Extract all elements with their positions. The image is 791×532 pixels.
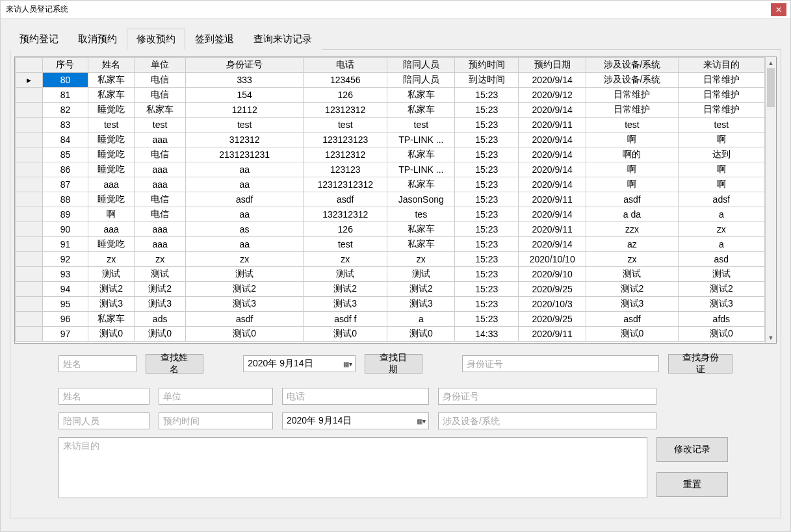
- cell[interactable]: 私家车: [387, 237, 455, 252]
- cell[interactable]: 私家车: [387, 147, 455, 162]
- cell[interactable]: 87: [42, 177, 88, 192]
- cell[interactable]: 2020/9/25: [519, 312, 586, 327]
- row-header[interactable]: [16, 327, 43, 342]
- cell[interactable]: 15:23: [455, 162, 519, 177]
- cell[interactable]: 电信: [135, 207, 186, 222]
- cell[interactable]: 测试0: [186, 327, 304, 342]
- cell[interactable]: 测试0: [304, 327, 387, 342]
- phone-input[interactable]: [282, 388, 429, 405]
- cell[interactable]: zx: [586, 252, 679, 267]
- row-header[interactable]: ▸: [16, 73, 43, 88]
- search-date-button[interactable]: 查找日期: [365, 354, 422, 374]
- cell[interactable]: 2020/9/14: [519, 147, 586, 162]
- cell[interactable]: a: [678, 237, 764, 252]
- cell[interactable]: 测试3: [387, 297, 455, 312]
- cell[interactable]: 啊: [586, 133, 679, 147]
- cell[interactable]: 2020/9/11: [519, 222, 586, 237]
- cell[interactable]: 14:33: [455, 327, 519, 342]
- scroll-up-button[interactable]: ▲: [766, 57, 776, 68]
- cell[interactable]: 测试3: [186, 297, 304, 312]
- cell[interactable]: 2020/9/14: [519, 73, 586, 88]
- column-header[interactable]: 序号: [42, 58, 88, 73]
- cell[interactable]: aaa: [135, 162, 186, 177]
- cell[interactable]: 15:23: [455, 312, 519, 327]
- table-row[interactable]: 92zxzxzxzxzx15:232020/10/10zxasd: [16, 252, 765, 267]
- cell[interactable]: ads: [135, 312, 186, 327]
- cell[interactable]: 15:23: [455, 237, 519, 252]
- cell[interactable]: zx: [304, 252, 387, 267]
- cell[interactable]: zx: [387, 252, 455, 267]
- cell[interactable]: 15:23: [455, 267, 519, 282]
- cell[interactable]: aaa: [135, 222, 186, 237]
- cell[interactable]: 测试0: [586, 327, 679, 342]
- cell[interactable]: 96: [42, 312, 88, 327]
- cell[interactable]: asdf: [186, 312, 304, 327]
- table-row[interactable]: 87aaaaaaaa12312312312私家车15:232020/9/14啊啊: [16, 177, 765, 192]
- cell[interactable]: 15:23: [455, 207, 519, 222]
- row-header[interactable]: [16, 118, 43, 133]
- cell[interactable]: adsf: [678, 192, 764, 207]
- row-header[interactable]: [16, 282, 43, 297]
- name-input[interactable]: [58, 388, 149, 405]
- cell[interactable]: 测试3: [135, 297, 186, 312]
- cell[interactable]: 陪同人员: [387, 73, 455, 88]
- cell[interactable]: 83: [42, 118, 88, 133]
- cell[interactable]: 测试2: [88, 282, 135, 297]
- cell[interactable]: 2020/9/25: [519, 282, 586, 297]
- cell[interactable]: 15:23: [455, 88, 519, 103]
- table-row[interactable]: 97测试0测试0测试0测试0测试014:332020/9/11测试0测试0: [16, 327, 765, 342]
- cell[interactable]: test: [586, 118, 679, 133]
- cell[interactable]: a: [387, 312, 455, 327]
- cell[interactable]: 2020/9/11: [519, 192, 586, 207]
- cell[interactable]: 啊: [586, 162, 679, 177]
- cell[interactable]: 2020/9/14: [519, 133, 586, 147]
- cell[interactable]: 到达时间: [455, 73, 519, 88]
- cell[interactable]: 电信: [135, 88, 186, 103]
- cell[interactable]: 测试2: [186, 282, 304, 297]
- cell[interactable]: aa: [186, 237, 304, 252]
- cell[interactable]: 测试2: [678, 282, 764, 297]
- cell[interactable]: afds: [678, 312, 764, 327]
- column-header[interactable]: 姓名: [88, 58, 135, 73]
- cell[interactable]: 15:23: [455, 252, 519, 267]
- cell[interactable]: 15:23: [455, 177, 519, 192]
- table-row[interactable]: 86睡觉吃aaaaa123123TP-LINK ...15:232020/9/1…: [16, 162, 765, 177]
- cell[interactable]: 私家车: [88, 312, 135, 327]
- cell[interactable]: 啊: [678, 177, 764, 192]
- cell[interactable]: aaa: [135, 237, 186, 252]
- cell[interactable]: 15:23: [455, 192, 519, 207]
- cell[interactable]: 测试0: [387, 327, 455, 342]
- cell[interactable]: asdf: [586, 312, 679, 327]
- cell[interactable]: test: [678, 118, 764, 133]
- cell[interactable]: 126: [304, 88, 387, 103]
- row-header[interactable]: [16, 177, 43, 192]
- cell[interactable]: 2020/9/12: [519, 88, 586, 103]
- row-header[interactable]: [16, 133, 43, 147]
- cell[interactable]: 测试: [678, 267, 764, 282]
- cell[interactable]: 333: [186, 73, 304, 88]
- column-header[interactable]: 身份证号: [186, 58, 304, 73]
- cell[interactable]: 测试: [304, 267, 387, 282]
- cell[interactable]: 私家车: [387, 88, 455, 103]
- scroll-down-button[interactable]: ▼: [766, 332, 776, 343]
- cell[interactable]: 啊: [678, 133, 764, 147]
- column-header[interactable]: 预约时间: [455, 58, 519, 73]
- cell[interactable]: 测试0: [88, 327, 135, 342]
- cell[interactable]: 私家车: [135, 103, 186, 118]
- cell[interactable]: 15:23: [455, 103, 519, 118]
- row-header[interactable]: [16, 147, 43, 162]
- tab-1[interactable]: 取消预约: [68, 29, 127, 50]
- cell[interactable]: 92: [42, 252, 88, 267]
- cell[interactable]: 2131231231: [186, 147, 304, 162]
- cell[interactable]: 2020/9/11: [519, 327, 586, 342]
- cell[interactable]: 80: [42, 73, 88, 88]
- cell[interactable]: 2020/10/3: [519, 297, 586, 312]
- device-input[interactable]: [438, 412, 656, 429]
- table-row[interactable]: 91睡觉吃aaaaatest私家车15:232020/9/14aza: [16, 237, 765, 252]
- cell[interactable]: 15:23: [455, 222, 519, 237]
- cell[interactable]: 测试3: [586, 297, 679, 312]
- cell[interactable]: 2020/9/11: [519, 118, 586, 133]
- cell[interactable]: 97: [42, 327, 88, 342]
- row-header[interactable]: [16, 192, 43, 207]
- tab-3[interactable]: 签到签退: [185, 29, 244, 50]
